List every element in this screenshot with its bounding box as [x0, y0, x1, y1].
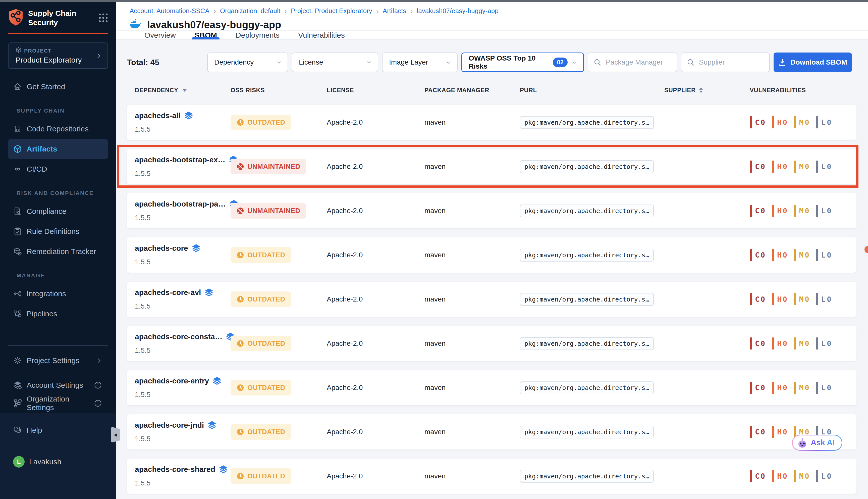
- purl[interactable]: pkg:maven/org.apache.directory.s…: [520, 249, 654, 261]
- sidebar-item-get-started[interactable]: Get Started: [8, 77, 108, 97]
- tab-overview[interactable]: Overview: [145, 31, 176, 39]
- vulnerabilities: C0 H0 M0 L0: [750, 160, 856, 173]
- filter-license[interactable]: License: [292, 52, 378, 72]
- column-header-dependency[interactable]: DEPENDENCY: [135, 87, 231, 94]
- chevron-right-icon: [96, 52, 102, 60]
- layers-icon[interactable]: [191, 244, 201, 253]
- table-row[interactable]: apacheds-core-jndi 1.5.5 OUTDATED Apache…: [127, 414, 856, 450]
- dependency-name: apacheds-core-consta…: [135, 332, 222, 341]
- vulnerabilities: C0 H0 M0 L0: [750, 293, 856, 305]
- sidebar-item-artifacts[interactable]: Artifacts: [8, 139, 108, 159]
- sidebar-item-code-repositories[interactable]: Code Repositories: [8, 119, 108, 139]
- column-header-vulnerabilities[interactable]: VULNERABILITIES: [750, 87, 856, 94]
- owasp-risks-filter[interactable]: OWASP OSS Top 10 Risks 02: [461, 52, 584, 72]
- column-header-license[interactable]: LICENSE: [327, 87, 424, 94]
- purl[interactable]: pkg:maven/org.apache.directory.s…: [520, 337, 654, 350]
- table-row[interactable]: apacheds-all 1.5.5 OUTDATED Apache-2.0 m…: [127, 105, 856, 140]
- purl[interactable]: pkg:maven/org.apache.directory.s…: [520, 470, 654, 483]
- table-row[interactable]: apacheds-core-avl 1.5.5 OUTDATED Apache-…: [127, 282, 856, 317]
- sidebar-item-help[interactable]: Help: [8, 421, 108, 440]
- info-icon[interactable]: [94, 381, 102, 389]
- sidebar-item-project-settings[interactable]: Project Settings: [8, 352, 108, 369]
- breadcrumb-link-project-product-exploratory[interactable]: Project: Product Exploratory: [291, 7, 372, 15]
- oss-risk-badge: UNMAINTAINED: [231, 159, 306, 174]
- table-row[interactable]: apacheds-core-consta… 1.5.5 OUTDATED Apa…: [127, 326, 856, 361]
- purl[interactable]: pkg:maven/org.apache.directory.s…: [520, 293, 654, 306]
- sidebar-item-remediation-tracker[interactable]: Remediation Tracker: [8, 242, 108, 261]
- layers-icon[interactable]: [212, 377, 222, 385]
- column-header-package-manager[interactable]: PACKAGE MANAGER: [424, 87, 520, 94]
- layers-icon[interactable]: [208, 421, 216, 429]
- vuln-critical: C0: [750, 470, 766, 482]
- vuln-high: H0: [772, 160, 789, 173]
- column-header-oss-risks[interactable]: OSS RISKS: [231, 87, 327, 94]
- vuln-critical: C0: [750, 338, 766, 350]
- clock-icon: [237, 384, 244, 391]
- cube-icon: [13, 145, 22, 154]
- oss-risk-badge: OUTDATED: [231, 247, 291, 263]
- nav-section-manage: MANAGE: [16, 272, 116, 279]
- license: Apache-2.0: [327, 295, 424, 303]
- dependency-name: apacheds-core: [135, 244, 188, 253]
- tab-sbom[interactable]: SBOM: [195, 31, 217, 39]
- breadcrumb-link-organization-default[interactable]: Organization: default: [220, 7, 280, 15]
- sbom-table: apacheds-all 1.5.5 OUTDATED Apache-2.0 m…: [127, 105, 856, 494]
- table-row[interactable]: apacheds-bootstrap-pa… 1.5.5 UNMAINTAINE…: [127, 193, 856, 228]
- vuln-critical: C0: [750, 382, 766, 394]
- dependency-name: apacheds-bootstrap-pa…: [135, 200, 226, 208]
- box-wrench-icon: [13, 247, 22, 256]
- purl[interactable]: pkg:maven/org.apache.directory.s…: [520, 426, 654, 438]
- vulnerabilities: C0 H0 M0 L0: [750, 249, 856, 261]
- purl[interactable]: pkg:maven/org.apache.directory.s…: [520, 381, 654, 394]
- tab-deployments[interactable]: Deployments: [236, 31, 280, 39]
- ask-ai-button[interactable]: Ask AI: [792, 435, 842, 451]
- content-area: Total: 45 Dependency License Image Layer…: [116, 40, 868, 499]
- project-name: Product Exploratory: [15, 56, 96, 64]
- layers-icon[interactable]: [219, 465, 228, 474]
- grid-9-icon[interactable]: [98, 13, 109, 24]
- window-chrome-edge: [0, 0, 868, 2]
- table-row[interactable]: apacheds-bootstrap-ex… 1.5.5 UNMAINTAINE…: [127, 149, 856, 184]
- purl[interactable]: pkg:maven/org.apache.directory.s…: [520, 205, 654, 217]
- filter-dependency[interactable]: Dependency: [207, 52, 288, 72]
- package-manager-input[interactable]: [605, 58, 672, 66]
- package-manager: maven: [424, 472, 520, 480]
- info-icon[interactable]: [94, 399, 102, 407]
- table-row[interactable]: apacheds-core-entry 1.5.5 OUTDATED Apach…: [127, 370, 856, 405]
- vuln-low: L0: [816, 382, 833, 394]
- vuln-medium: M0: [794, 205, 810, 217]
- layers-icon[interactable]: [204, 288, 213, 297]
- sidebar-collapse-button[interactable]: ◀: [111, 427, 120, 443]
- nav-section-supply-chain: SUPPLY CHAIN: [16, 108, 116, 114]
- supplier-input[interactable]: [698, 58, 764, 66]
- table-row[interactable]: apacheds-core 1.5.5 OUTDATED Apache-2.0 …: [127, 238, 856, 272]
- dependency-version: 1.5.5: [135, 479, 231, 487]
- download-sbom-button[interactable]: Download SBOM: [773, 52, 852, 72]
- vuln-high: H0: [772, 205, 789, 217]
- user-menu[interactable]: L Lavakush: [13, 456, 116, 467]
- breadcrumb-link-artifacts[interactable]: Artifacts: [383, 7, 406, 15]
- sidebar-item-account-settings[interactable]: Account Settings: [8, 376, 108, 394]
- breadcrumb-link-account-automation-ssca[interactable]: Account: Automation-SSCA: [129, 7, 210, 15]
- project-selector[interactable]: PROJECT Product Exploratory: [8, 42, 108, 69]
- column-header-supplier[interactable]: SUPPLIER: [664, 87, 750, 94]
- breadcrumb-separator: ›: [213, 8, 216, 14]
- oss-risk-badge: OUTDATED: [231, 380, 291, 395]
- column-header-purl[interactable]: PURL: [520, 87, 664, 94]
- filter-image-layer[interactable]: Image Layer: [382, 52, 458, 72]
- purl[interactable]: pkg:maven/org.apache.directory.s…: [520, 160, 654, 173]
- clock-icon: [237, 428, 244, 436]
- sidebar-item-ci-cd[interactable]: CI/CD: [8, 159, 108, 179]
- purl[interactable]: pkg:maven/org.apache.directory.s…: [520, 116, 654, 129]
- search-icon: [593, 58, 602, 66]
- table-row[interactable]: apacheds-core-shared 1.5.5 OUTDATED Apac…: [127, 459, 856, 494]
- breadcrumb-link-lavakush07-easy-buggy-app[interactable]: lavakush07/easy-buggy-app: [417, 7, 498, 15]
- sidebar-item-compliance[interactable]: Compliance: [8, 202, 108, 221]
- tab-vulnerabilities[interactable]: Vulnerabilities: [298, 31, 345, 39]
- sidebar-item-pipelines[interactable]: Pipelines: [8, 304, 108, 324]
- sidebar-item-rule-definitions[interactable]: Rule Definitions: [8, 222, 108, 241]
- org-gear-icon: [13, 399, 22, 408]
- layers-icon[interactable]: [184, 111, 193, 120]
- sidebar-item-integrations[interactable]: Integrations: [8, 284, 108, 304]
- sidebar-item-organization-settings[interactable]: Organization Settings: [8, 394, 108, 412]
